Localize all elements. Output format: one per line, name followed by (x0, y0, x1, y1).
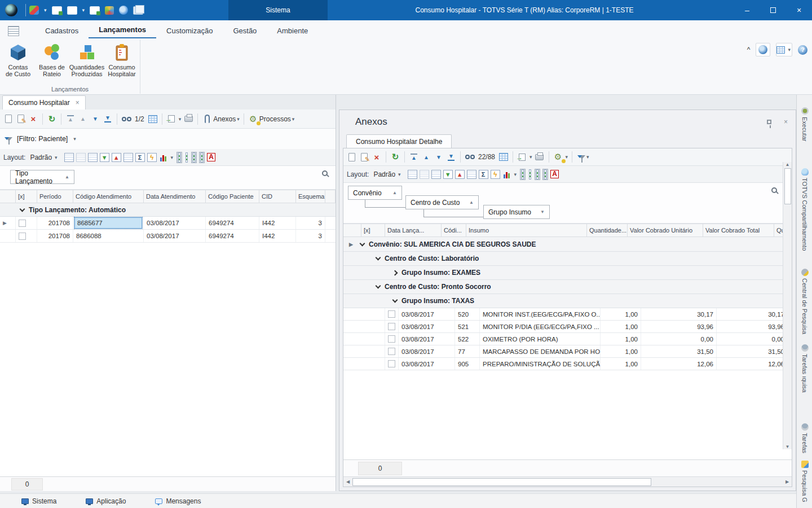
scrollbar-thumb[interactable] (352, 478, 651, 486)
font-style-button[interactable]: A (207, 153, 215, 161)
group-row-convenio[interactable]: ▶ Convênio: SUL AMERICA CIA DE SEGUROS S… (343, 237, 792, 252)
layout-table-button[interactable] (88, 153, 98, 162)
sidebar-item-totvs-compartilhamento[interactable]: TOTVS Compartilhamento (797, 168, 812, 251)
group-row-centro-laboratorio[interactable]: Centro de Custo: Laboratório (343, 252, 792, 266)
vertical-scrollbar[interactable]: ▲ ▼ (783, 162, 792, 449)
table-row[interactable]: 03/08/2017 520 MONITOR INST.(EEG/ECG/PA,… (343, 308, 792, 321)
tab-ambiente[interactable]: Ambiente (267, 23, 318, 38)
cell-insumo[interactable]: PREPARO/MINISTRAÇÃO DE SOLUÇÃ... (480, 358, 601, 370)
header-data-atendimento[interactable]: Data Atendimento (144, 190, 206, 203)
collapse-ribbon-icon[interactable]: ^ (747, 46, 751, 54)
header-data-lancamento[interactable]: Data Lança... (385, 224, 442, 237)
delete-record-button[interactable]: × (370, 151, 383, 163)
ribbon-menu-icon[interactable] (8, 26, 19, 36)
group-box-centro-de-custo[interactable]: Centro de Custo ▲ (405, 195, 479, 209)
new-record-button[interactable] (2, 113, 15, 125)
search-icon[interactable] (322, 170, 328, 176)
search-records-button[interactable] (464, 151, 476, 163)
close-button[interactable]: × (786, 0, 812, 20)
header-cid[interactable]: CID (259, 190, 296, 203)
table-row[interactable]: 03/08/2017 522 OXIMETRO (POR HORA) 1,00 … (343, 333, 792, 345)
chevron-down-icon[interactable]: ▾ (564, 154, 570, 160)
view-mode-2-button[interactable] (184, 152, 189, 163)
cell-valor-cobrado-unitario[interactable]: 0,00 (641, 333, 717, 345)
web-button[interactable] (756, 43, 770, 56)
consumo-hospitalar-button[interactable]: ConsumoHospitalar (106, 42, 138, 77)
print-button[interactable] (533, 151, 546, 163)
filter-icon[interactable] (579, 155, 585, 159)
header-checkbox[interactable]: [x] (16, 190, 37, 203)
scroll-up-icon[interactable]: ▲ (785, 162, 790, 167)
group-box-tipo-lancamento[interactable]: Tipo Lançamento ▲ (10, 170, 74, 184)
cell-codigo[interactable]: 522 (455, 333, 480, 345)
window-icon[interactable] (67, 6, 77, 15)
header-codigo-atendimento[interactable]: Código Atendimento (73, 190, 144, 203)
row-checkbox-cell[interactable] (385, 345, 399, 357)
group-rows-button[interactable] (123, 153, 133, 162)
filter-selector[interactable]: [Filtro: Paciente] (17, 135, 68, 143)
table-row[interactable]: 03/08/2017 521 MONITOR P/DIA (EEG/ECG/PA… (343, 321, 792, 333)
table-row[interactable]: 03/08/2017 905 PREPARO/MINISTRAÇÃO DE SO… (343, 358, 792, 370)
help-button[interactable]: ? (798, 45, 807, 55)
contas-de-custo-button[interactable]: Contasde Custo (2, 42, 34, 77)
view-mode-2-button[interactable] (528, 169, 532, 179)
header-valor-cobrado-unitario[interactable]: Valor Cobrado Unitário (628, 224, 703, 237)
export-layout-button[interactable]: ▲ (112, 153, 121, 162)
row-checkbox-cell[interactable] (385, 321, 399, 332)
layout-select[interactable]: Padrão▾ (373, 170, 405, 178)
cell-insumo[interactable]: MONITOR P/DIA (EEG/ECG/PA,FIXO ... (480, 321, 601, 332)
cell-valor-cobrado-unitario[interactable]: 93,96 (641, 321, 717, 332)
import-layout-button[interactable]: ▼ (443, 170, 453, 179)
checkbox[interactable] (388, 323, 395, 330)
last-record-button[interactable]: ▼ (102, 113, 114, 125)
cell-quantidade[interactable]: 1,00 (601, 333, 641, 345)
export-window-icon[interactable] (90, 6, 100, 15)
chevron-down-icon[interactable] (360, 240, 365, 246)
row-checkbox-cell[interactable] (16, 230, 37, 242)
tab-gestao[interactable]: Gestão (223, 23, 267, 38)
chevron-down-icon[interactable]: ▾ (178, 116, 183, 122)
selected-cell[interactable]: 8685677 (74, 217, 142, 229)
edit-record-button[interactable] (15, 113, 27, 125)
bases-de-rateio-button[interactable]: Bases deRateio (36, 42, 68, 77)
cell-valor-cobrado-total[interactable]: 30,17 (717, 308, 788, 320)
chevron-down-icon[interactable] (376, 255, 381, 261)
last-record-button[interactable]: ▼ (445, 151, 457, 163)
workspace-icon[interactable] (29, 6, 39, 15)
font-style-button[interactable]: A (550, 170, 559, 178)
chevron-down-icon[interactable]: ▾ (291, 116, 296, 122)
cell-data-lancamento[interactable]: 03/08/2017 (399, 345, 455, 357)
import-layout-button[interactable]: ▼ (100, 153, 109, 162)
grid-view-button[interactable] (497, 151, 510, 163)
header-valor-cobrado-total[interactable]: Valor Cobrado Total (703, 224, 774, 237)
sidebar-item-tarefas-overlap[interactable]: Tarefas ıquisa (797, 344, 812, 392)
cell-valor-cobrado-unitario[interactable]: 31,50 (641, 345, 717, 357)
cell-codigo-atendimento[interactable]: 8685677 (73, 217, 144, 229)
chevron-down-icon[interactable]: ▾ (72, 136, 77, 142)
tab-cadastros[interactable]: Cadastros (35, 23, 89, 38)
scroll-left-icon[interactable]: ◀ (343, 479, 352, 484)
cell-data-atendimento[interactable]: 03/08/2017 (144, 217, 206, 229)
cell-periodo[interactable]: 201708 (37, 217, 73, 229)
chart-button[interactable] (159, 154, 167, 161)
tab-customizacao[interactable]: Customização (156, 23, 223, 38)
layout-select[interactable]: Padrão▾ (30, 154, 61, 161)
cell-codigo-paciente[interactable]: 6949274 (206, 230, 259, 242)
next-record-button[interactable]: ▼ (89, 113, 102, 125)
sidebar-item-tarefas[interactable]: Tarefas (797, 423, 812, 453)
quick-format-button[interactable]: ϟ (147, 153, 157, 162)
view-mode-1-button[interactable] (520, 169, 526, 180)
cell-data-atendimento[interactable]: 03/08/2017 (144, 230, 206, 242)
scroll-down-icon[interactable]: ▼ (785, 444, 790, 449)
checkbox[interactable] (388, 360, 395, 367)
edit-record-button[interactable] (358, 151, 370, 163)
anexos-label[interactable]: Anexos (213, 115, 236, 123)
quantidades-produzidas-button[interactable]: QuantidadesProduzidas (70, 42, 104, 77)
header-periodo[interactable]: Período (37, 190, 73, 203)
save-window-icon[interactable] (52, 6, 62, 15)
header-esquema[interactable]: Esquema (296, 190, 325, 203)
chevron-down-icon[interactable] (376, 283, 381, 289)
view-mode-3-button[interactable] (191, 152, 197, 163)
group-row-grupo-exames[interactable]: Grupo Insumo: EXAMES (343, 266, 792, 280)
next-record-button[interactable]: ▼ (433, 151, 445, 163)
